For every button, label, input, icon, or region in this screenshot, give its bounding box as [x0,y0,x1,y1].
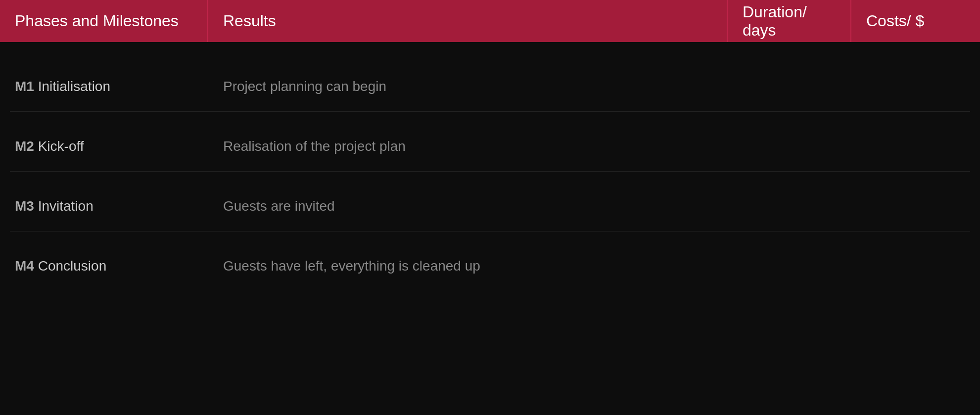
result-m1: Project planning can begin [208,79,728,94]
milestone-code: M2 [15,138,34,154]
phase-m4: M4 Conclusion [0,258,208,274]
result-m4: Guests have left, everything is cleaned … [208,258,728,274]
header-results: Results [208,0,728,42]
result-m3: Guests are invited [208,198,728,214]
milestone-name: Conclusion [38,258,107,274]
milestone-name: Invitation [38,198,93,214]
table-header: Phases and Milestones Results Duration/ … [0,0,980,42]
milestone-name: Initialisation [38,79,110,94]
table-row: M2 Kick-off Realisation of the project p… [0,112,980,171]
phase-m2: M2 Kick-off [0,138,208,154]
header-costs: Costs/ $ [851,0,980,42]
table-row: M3 Invitation Guests are invited [0,172,980,231]
header-duration: Duration/ days [728,0,851,42]
table-body: M1 Initialisation Project planning can b… [0,42,980,301]
result-m2: Realisation of the project plan [208,138,728,154]
milestone-code: M1 [15,79,34,94]
header-phases: Phases and Milestones [0,0,208,42]
table-row: M4 Conclusion Guests have left, everythi… [0,231,980,291]
milestone-name: Kick-off [38,138,84,154]
table-row: M1 Initialisation Project planning can b… [0,52,980,111]
phase-m1: M1 Initialisation [0,79,208,94]
milestone-code: M3 [15,198,34,214]
milestone-code: M4 [15,258,34,274]
phases-table: Phases and Milestones Results Duration/ … [0,0,980,415]
phase-m3: M3 Invitation [0,198,208,214]
